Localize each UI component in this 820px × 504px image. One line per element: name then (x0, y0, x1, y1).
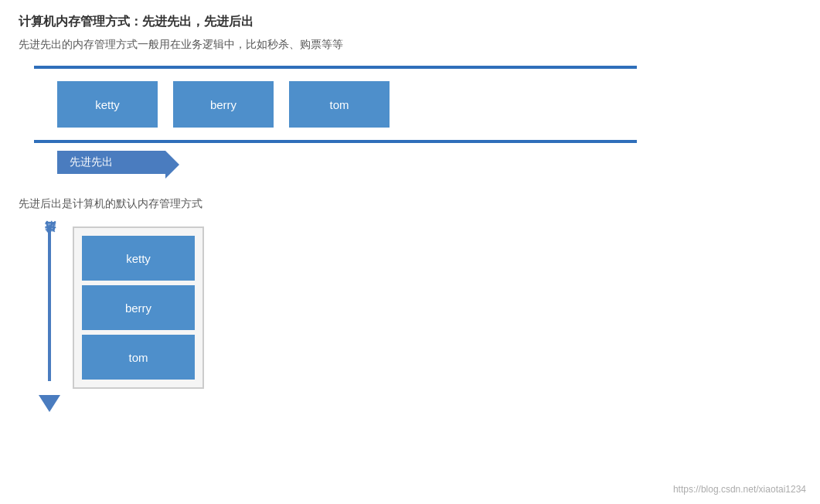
lifo-description: 先进后出是计算机的默认内存管理方式 (19, 197, 801, 211)
watermark: https://blog.csdn.net/xiaotai1234 (673, 484, 806, 495)
fifo-box-ketty: ketty (57, 81, 158, 128)
lifo-section: 先进后出是计算机的默认内存管理方式 先进后出 ketty berry tom (19, 197, 801, 412)
fifo-arrow-label: 先进先出 (70, 155, 113, 169)
fifo-diagram: ketty berry tom 先进先出 (34, 66, 637, 174)
lifo-diagram: 先进后出 ketty berry tom (34, 226, 801, 412)
lifo-arrow-vertical: 先进后出 (34, 226, 65, 412)
fifo-arrow: 先进先出 (57, 151, 165, 174)
page-title: 计算机内存管理方式：先进先出，先进后出 (19, 14, 801, 30)
lifo-stack: ketty berry tom (73, 226, 204, 389)
fifo-box-tom: tom (289, 81, 390, 128)
lifo-stack-item-ketty: ketty (82, 236, 195, 281)
fifo-boxes-row: ketty berry tom (34, 69, 637, 140)
lifo-arrow-line (48, 226, 51, 381)
lifo-stack-item-tom: tom (82, 335, 195, 380)
fifo-box-berry: berry (173, 81, 274, 128)
fifo-description: 先进先出的内存管理方式一般用在业务逻辑中，比如秒杀、购票等等 (19, 38, 801, 52)
lifo-arrow-head (39, 395, 60, 412)
fifo-section: 先进先出的内存管理方式一般用在业务逻辑中，比如秒杀、购票等等 ketty ber… (19, 38, 801, 174)
lifo-stack-item-berry: berry (82, 285, 195, 330)
fifo-arrow-row: 先进先出 (34, 143, 637, 174)
